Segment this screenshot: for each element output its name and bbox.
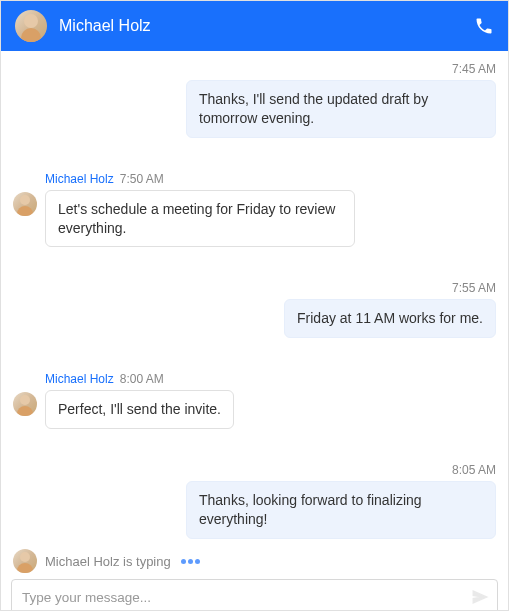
message-bubble: Perfect, I'll send the invite. [45,390,234,429]
message-text: Thanks, looking forward to finalizing ev… [199,492,422,527]
message-time: 7:55 AM [13,281,496,295]
message-sender: Michael Holz [45,172,114,186]
message-time: 8:00 AM [120,372,164,386]
message-group: Michael Holz 7:50 AM Let's schedule a me… [13,172,496,248]
message-text: Perfect, I'll send the invite. [58,401,221,417]
contact-avatar[interactable] [15,10,47,42]
message-bubble: Thanks, looking forward to finalizing ev… [186,481,496,539]
typing-dots-icon [181,559,200,564]
send-button[interactable] [471,588,489,606]
message-group: 7:55 AM Friday at 11 AM works for me. [13,281,496,338]
message-time: 8:05 AM [13,463,496,477]
message-time: 7:45 AM [13,62,496,76]
message-input[interactable] [22,590,471,605]
messages-scroll[interactable]: that. I'll check in with the dev team. 7… [1,51,508,545]
message-group: 8:05 AM Thanks, looking forward to final… [13,463,496,539]
message-text: Thanks, I'll send the updated draft by t… [199,91,428,126]
message-input-wrap[interactable] [11,579,498,611]
message-group: Michael Holz 8:00 AM Perfect, I'll send … [13,372,496,429]
typing-avatar [13,549,37,573]
message-bubble: Thanks, I'll send the updated draft by t… [186,80,496,138]
typing-text: Michael Holz is typing [45,554,171,569]
send-icon [471,588,489,606]
message-bubble: Let's schedule a meeting for Friday to r… [45,190,355,248]
message-bubble: Friday at 11 AM works for me. [284,299,496,338]
message-text: Friday at 11 AM works for me. [297,310,483,326]
chat-header: Michael Holz [1,1,508,51]
call-button[interactable] [474,16,494,36]
message-avatar[interactable] [13,192,37,216]
typing-indicator: Michael Holz is typing [1,545,508,579]
message-group: 7:45 AM Thanks, I'll send the updated dr… [13,62,496,138]
phone-icon [474,16,494,36]
contact-name: Michael Holz [59,17,151,35]
composer [1,579,508,611]
message-time: 7:50 AM [120,172,164,186]
message-text: Let's schedule a meeting for Friday to r… [58,201,335,236]
message-sender: Michael Holz [45,372,114,386]
message-avatar[interactable] [13,392,37,416]
